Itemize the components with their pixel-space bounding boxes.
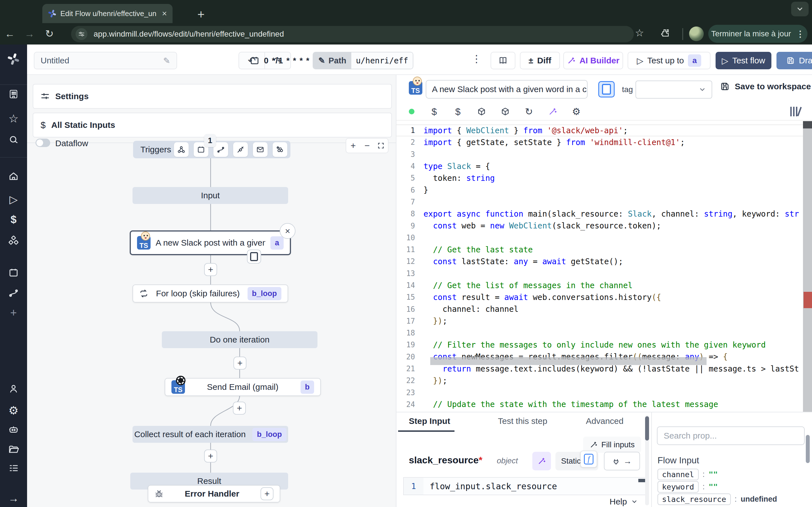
step-a-node[interactable]: TS A new Slack post with a given wor... …	[130, 230, 291, 255]
forward-icon[interactable]: →	[20, 28, 40, 40]
props-scrollbar-thumb[interactable]	[806, 435, 810, 463]
prop-name-chip[interactable]: channel	[658, 469, 699, 480]
panel-scrollbar[interactable]	[645, 415, 649, 505]
windmill-logo-icon[interactable]	[0, 53, 27, 65]
email-trigger-button[interactable]	[253, 142, 267, 157]
tab-step-input[interactable]: Step Input	[409, 416, 450, 426]
editor-scrollbar-thumb[interactable]	[803, 121, 812, 128]
early-stop-button[interactable]	[247, 249, 261, 264]
profile-avatar[interactable]	[689, 26, 704, 41]
delete-step-button[interactable]: ×	[280, 223, 296, 239]
sidebar-item-favorites[interactable]: ☆	[0, 112, 27, 125]
variables-icon[interactable]: $	[446, 106, 470, 117]
package-icon[interactable]	[470, 107, 493, 116]
insert-step-button[interactable]: +	[204, 263, 217, 276]
collect-result-node[interactable]: Collect result of each iteration b_loop	[133, 426, 288, 443]
expr-mode-button[interactable]: f	[580, 451, 597, 467]
new-tab-button[interactable]: +	[197, 7, 205, 21]
sidebar-item-ai-assistant[interactable]	[0, 424, 27, 435]
test-flow-button[interactable]: ▷ Test flow	[716, 52, 771, 69]
tab-close-icon[interactable]: ×	[162, 9, 167, 18]
search-prop-input[interactable]	[657, 427, 805, 445]
do-one-iteration-node[interactable]: Do one iteration	[162, 331, 317, 348]
ai-suggest-button[interactable]	[532, 452, 551, 470]
extensions-icon[interactable]	[660, 28, 670, 38]
test-up-to-button[interactable]: ▷ Test up to a	[627, 52, 711, 69]
flow-name-input[interactable]: Untitled ✎	[34, 52, 177, 69]
package-icon[interactable]	[493, 107, 517, 116]
reload-icon[interactable]: ↻	[40, 28, 59, 40]
suspend-toggle-button[interactable]	[598, 81, 615, 98]
chrome-update-button[interactable]: Terminer la mise à jour ⋮	[708, 25, 808, 43]
prop-row[interactable]: slack_resource:undefined	[658, 494, 777, 505]
ai-wand-icon[interactable]	[541, 107, 564, 116]
panel-scrollbar-thumb[interactable]	[645, 416, 649, 441]
code-line[interactable]: 13	[396, 268, 812, 279]
sidebar-item-folders[interactable]	[0, 444, 27, 455]
sidebar-item-variables[interactable]: $	[0, 214, 27, 226]
sidebar-item-settings[interactable]: ⚙	[0, 404, 27, 417]
tab-advanced[interactable]: Advanced	[586, 416, 623, 426]
code-line[interactable]: 9 const web = new WebClient(slack_resour…	[396, 220, 812, 231]
editor-scrollbar[interactable]	[803, 121, 812, 412]
expr-editor[interactable]: 1 flow_input.slack_resource	[403, 477, 647, 495]
code-line[interactable]: 5 token: string	[396, 172, 812, 184]
code-line[interactable]: 17 });	[396, 315, 812, 327]
code-editor[interactable]: 1import { WebClient } from '@slack/web-a…	[396, 121, 812, 412]
chrome-menu-icon[interactable]: ⋮	[796, 29, 805, 39]
path-chip[interactable]: ✎Path u/henri/eff	[313, 52, 413, 69]
sidebar-item-search[interactable]	[0, 135, 27, 145]
websocket-trigger-button[interactable]	[233, 142, 248, 157]
code-line[interactable]: 18	[396, 327, 812, 339]
address-bar[interactable]: app.windmill.dev/flows/edit/u/henri/effe…	[71, 26, 634, 42]
prop-row[interactable]: channel:""	[658, 469, 718, 480]
library-icon[interactable]	[790, 107, 800, 116]
prop-name-chip[interactable]: keyword	[658, 481, 699, 493]
code-line[interactable]: 16 channel: channel	[396, 303, 812, 315]
prop-name-chip[interactable]: slack_resource	[658, 494, 731, 505]
save-to-workspace-button[interactable]: Save to workspace	[720, 82, 811, 91]
back-icon[interactable]: ←	[0, 28, 20, 40]
poll-trigger-button[interactable]	[273, 142, 287, 157]
code-line[interactable]: 14 // Get the list of messages in the ch…	[396, 279, 812, 291]
sidebar-item-account[interactable]	[0, 384, 27, 394]
code-line[interactable]: 8export async function main(slack_resour…	[396, 208, 812, 220]
site-settings-icon[interactable]	[75, 28, 87, 40]
code-line[interactable]: 12 const lastState: any = await getState…	[396, 256, 812, 267]
browser-tab[interactable]: Edit Flow u/henri/effective_un ×	[42, 4, 172, 23]
code-line[interactable]: 7	[396, 196, 812, 208]
draft-button[interactable]: Draft	[776, 52, 812, 69]
reload-icon[interactable]: ↻	[517, 106, 541, 117]
assets-icon[interactable]: $	[422, 106, 446, 117]
code-line[interactable]: 3	[396, 149, 812, 160]
code-line[interactable]: 24 // Update the state with the timestam…	[396, 399, 812, 410]
code-line[interactable]: 19 // Filter the messages to only includ…	[396, 339, 812, 351]
sidebar-item-add[interactable]: +	[0, 306, 27, 319]
sidebar-collapse-arrow-icon[interactable]: →	[0, 492, 27, 504]
tab-search-chevron-button[interactable]	[791, 2, 809, 16]
code-line[interactable]: 10	[396, 232, 812, 244]
prop-row[interactable]: keyword:""	[658, 481, 718, 493]
sidebar-item-home[interactable]	[0, 171, 27, 181]
editor-settings-gear-icon[interactable]: ⚙	[564, 106, 588, 117]
sidebar-item-resources[interactable]	[0, 235, 27, 245]
connect-input-button[interactable]: →	[604, 452, 640, 470]
code-line[interactable]: 2import { getState, setState } from 'win…	[396, 136, 812, 148]
code-line[interactable]: 4type Slack = {	[396, 160, 812, 172]
send-email-node[interactable]: TS Send Email (gmail) b	[165, 378, 321, 396]
forloop-node[interactable]: For loop (skip failures) b_loop	[133, 284, 288, 302]
add-error-handler-button[interactable]: +	[260, 487, 273, 500]
more-menu-icon[interactable]: ⋮	[471, 53, 481, 65]
sidebar-item-worker-groups[interactable]	[0, 463, 27, 473]
help-button[interactable]: Help	[610, 497, 638, 506]
code-line[interactable]: 1import { WebClient } from '@slack/web-a…	[396, 124, 812, 136]
code-line[interactable]: 6}	[396, 184, 812, 196]
insert-step-button[interactable]: +	[233, 402, 246, 414]
code-line[interactable]: 22 });	[396, 375, 812, 386]
code-line[interactable]: 23	[396, 387, 812, 399]
editor-horizontal-scrollbar[interactable]	[430, 357, 707, 365]
sidebar-item-routes[interactable]	[0, 288, 27, 298]
code-line[interactable]: 15 const result = await web.conversation…	[396, 291, 812, 303]
error-handler-node[interactable]: Error Handler +	[148, 485, 280, 503]
script-summary-input[interactable]: A new Slack post with a given word in a …	[426, 80, 588, 99]
